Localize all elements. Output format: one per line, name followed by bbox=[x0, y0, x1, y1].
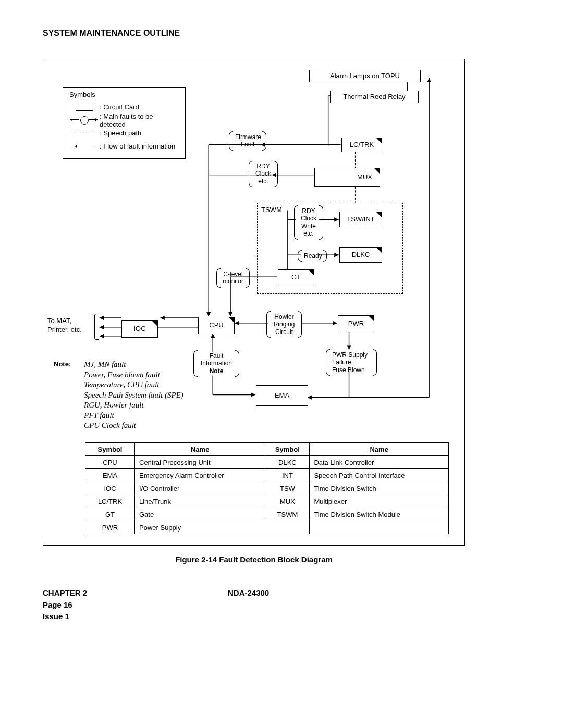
bubble-rdy-clock-write: RDY Clock Write etc. bbox=[297, 206, 320, 239]
th-symbol2: Symbol bbox=[265, 443, 310, 456]
table-row: LC/TRKLine/TrunkMUXMultiplexer bbox=[85, 495, 449, 508]
dash-icon bbox=[74, 133, 95, 133]
legend-row-flow: : Flow of fault information bbox=[69, 140, 181, 153]
footer-page: Page 16 bbox=[43, 599, 228, 611]
bubble-rdy-clock: RDY Clock etc. bbox=[252, 162, 275, 186]
th-name1: Name bbox=[135, 443, 265, 456]
table-cell: Line/Trunk bbox=[135, 495, 265, 508]
bubble-howler: Howler Ringing Circuit bbox=[270, 312, 299, 337]
table-cell: Central Processing Unit bbox=[135, 456, 265, 469]
node-dlkc: DLKC bbox=[339, 247, 382, 263]
table-cell: PWR bbox=[85, 521, 135, 534]
circle-arrows-icon bbox=[71, 116, 98, 125]
arrow-icon bbox=[74, 146, 95, 146]
table-row: EMAEmergency Alarm ControllerINTSpeech P… bbox=[85, 469, 449, 482]
table-cell: INT bbox=[265, 469, 310, 482]
note-label: Note: bbox=[54, 360, 71, 369]
table-cell: EMA bbox=[85, 469, 135, 482]
table-cell: Time Division Switch bbox=[310, 482, 449, 495]
page-footer: CHAPTER 2 Page 16 Issue 1 NDA-24300 bbox=[43, 587, 512, 623]
node-mux: MUX bbox=[314, 168, 380, 187]
legend-row-faults: : Main faults to be detected bbox=[69, 114, 181, 127]
table-cell: IOC bbox=[85, 482, 135, 495]
table-row: GTGateTSWMTime Division Switch Module bbox=[85, 508, 449, 521]
table-cell: Multiplexer bbox=[310, 495, 449, 508]
tswm-label: TSWM bbox=[261, 206, 282, 215]
table-header-row: Symbol Name Symbol Name bbox=[85, 443, 449, 456]
bubble-fault-info: Fault InformationNote bbox=[197, 351, 236, 376]
table-row: PWRPower Supply bbox=[85, 521, 449, 534]
table-cell: MUX bbox=[265, 495, 310, 508]
legend-label: : Speech path bbox=[100, 129, 141, 137]
table-cell: TSW bbox=[265, 482, 310, 495]
table-cell: DLKC bbox=[265, 456, 310, 469]
legend-box: Symbols : Circuit Card : Main faults to … bbox=[63, 87, 186, 159]
table-cell: GT bbox=[85, 508, 135, 521]
table-cell: TSWM bbox=[265, 508, 310, 521]
table-row: CPUCentral Processing UnitDLKCData Link … bbox=[85, 456, 449, 469]
node-ioc: IOC bbox=[121, 320, 158, 338]
node-tsw-int: TSW/INT bbox=[339, 212, 382, 227]
symbol-table: Symbol Name Symbol Name CPUCentral Proce… bbox=[85, 442, 449, 534]
footer-issue: Issue 1 bbox=[43, 611, 228, 623]
legend-label: : Main faults to be detected bbox=[100, 113, 181, 128]
figure-caption: Figure 2-14 Fault Detection Block Diagra… bbox=[43, 555, 465, 564]
table-cell bbox=[310, 521, 449, 534]
table-cell: Data Link Controller bbox=[310, 456, 449, 469]
table-row: IOCI/O ControllerTSWTime Division Switch bbox=[85, 482, 449, 495]
legend-row-speech: : Speech path bbox=[69, 127, 181, 140]
note-body: MJ, MN fault Power, Fuse blown fault Tem… bbox=[84, 360, 183, 431]
node-gt: GT bbox=[278, 269, 314, 285]
table-cell: Gate bbox=[135, 508, 265, 521]
bracket-icon bbox=[94, 314, 99, 340]
table-cell: Time Division Switch Module bbox=[310, 508, 449, 521]
rect-icon bbox=[76, 104, 93, 111]
bubble-clevel: C-level monitor bbox=[219, 269, 247, 287]
table-cell: Power Supply bbox=[135, 521, 265, 534]
table-cell: CPU bbox=[85, 456, 135, 469]
node-ema: EMA bbox=[256, 385, 308, 406]
diagram-frame: Symbols : Circuit Card : Main faults to … bbox=[43, 59, 465, 546]
legend-label: : Circuit Card bbox=[100, 103, 139, 111]
node-pwr: PWR bbox=[338, 315, 374, 332]
legend-row-card: : Circuit Card bbox=[69, 101, 181, 114]
legend-label: : Flow of fault information bbox=[100, 142, 175, 150]
bubble-ready: Ready bbox=[301, 251, 324, 261]
to-mat-label: To MAT, Printer, etc. bbox=[47, 317, 82, 335]
footer-docnum: NDA-24300 bbox=[228, 587, 269, 599]
node-thermal-reed: Thermal Reed Relay bbox=[330, 91, 419, 103]
table-cell bbox=[265, 521, 310, 534]
table-cell: Emergency Alarm Controller bbox=[135, 469, 265, 482]
th-symbol1: Symbol bbox=[85, 443, 135, 456]
legend-title: Symbols bbox=[69, 91, 181, 98]
bubble-pwr-supply: PWR Supply Failure, Fuse Blown bbox=[329, 350, 374, 375]
node-alarm-lamps: Alarm Lamps on TOPU bbox=[309, 70, 421, 82]
node-lc-trk: LC/TRK bbox=[341, 138, 382, 152]
footer-chapter: CHAPTER 2 bbox=[43, 587, 228, 599]
th-name2: Name bbox=[310, 443, 449, 456]
page-header: SYSTEM MAINTENANCE OUTLINE bbox=[43, 29, 512, 38]
node-cpu: CPU bbox=[198, 317, 235, 334]
table-cell: I/O Controller bbox=[135, 482, 265, 495]
bubble-firmware: Firmware Fault bbox=[232, 132, 263, 150]
table-cell: Speech Path Control Interface bbox=[310, 469, 449, 482]
table-cell: LC/TRK bbox=[85, 495, 135, 508]
